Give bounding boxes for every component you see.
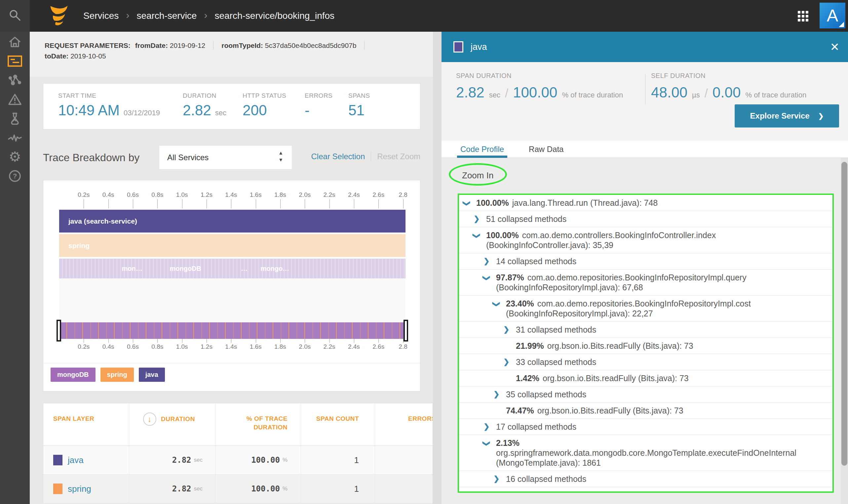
axis-tick	[403, 339, 404, 343]
sidebar-item-help[interactable]: ?	[0, 166, 30, 186]
app-grid-icon[interactable]	[798, 11, 808, 21]
code-profile-tree: ❯100.00%java.lang.Thread.run (Thread.jav…	[458, 194, 834, 493]
legend-chip-spring[interactable]: spring	[101, 367, 134, 382]
axis-tick-label: 2.4s	[348, 191, 360, 198]
timeline-bar-mongodb[interactable]: mon…mongoDB…mongo…	[59, 258, 406, 278]
chevron-down-icon[interactable]: ❯	[493, 299, 506, 309]
axis-tick-label: 0.8s	[152, 191, 163, 198]
sidebar-item-alerts[interactable]	[0, 90, 30, 109]
axis-tick	[305, 199, 305, 209]
sidebar-item-traced-transactions[interactable]	[0, 52, 30, 71]
layer-color-checkbox[interactable]	[454, 41, 463, 53]
avatar[interactable]: A	[819, 3, 845, 29]
main-scrollbar-track[interactable]	[433, 32, 442, 504]
chevron-right-icon[interactable]: ❯	[493, 474, 506, 484]
panel-scrollbar-track[interactable]	[841, 158, 848, 504]
chevron-down-icon[interactable]: ❯	[474, 231, 486, 241]
service-map-icon	[8, 74, 22, 87]
solarwinds-logo-icon[interactable]	[48, 5, 70, 26]
pct-unit: %	[283, 486, 287, 492]
tree-row-text: 21.99%org.bson.io.Bits.readFully (Bits.j…	[516, 341, 832, 351]
trace-breakdown-controls: Trace Breakdown by All Services ▲▼ Clear…	[43, 142, 420, 172]
mongodb-segment-label: mongoDB	[170, 265, 201, 272]
chevron-right-icon[interactable]: ❯	[474, 214, 486, 224]
stat-value: 10:49 AM	[58, 102, 120, 119]
chevron-down-icon[interactable]: ❯	[483, 273, 496, 283]
stat-label: SPANS	[348, 92, 388, 100]
tree-row-percent: 97.87%	[496, 273, 524, 282]
axis-tick-label: 0.6s	[127, 191, 139, 198]
tree-row[interactable]: ❯100.00%com.ao.demo.controllers.BookingI…	[459, 227, 832, 253]
tree-row[interactable]: ❯51 collapsed methods	[459, 211, 832, 227]
chevron-right-icon[interactable]: ❯	[503, 325, 516, 335]
breadcrumb-item[interactable]: search-service	[137, 11, 197, 21]
close-icon[interactable]: ✕	[830, 32, 840, 62]
tree-row[interactable]: ❯2.13%org.springframework.data.mongodb.c…	[459, 435, 832, 471]
header-span-layer: SPAN LAYER	[43, 403, 129, 446]
tree-row[interactable]: ❯16 collapsed methods	[459, 471, 832, 487]
breadcrumb-item[interactable]: search-service/booking_infos	[214, 11, 334, 21]
minimap-left-handle[interactable]	[56, 320, 61, 342]
span-duration-value: 2.82	[456, 84, 484, 101]
layer-link[interactable]: spring	[68, 484, 91, 494]
chevron-right-icon[interactable]: ❯	[483, 422, 496, 432]
sidebar-item-experiments[interactable]	[0, 109, 30, 128]
chevron-right-icon[interactable]: ❯	[483, 256, 496, 266]
chevron-right-icon[interactable]: ❯	[493, 390, 506, 399]
alert-triangle-icon	[8, 93, 22, 105]
sidebar-item-metrics[interactable]	[0, 128, 30, 147]
tree-row[interactable]: 1.42%org.bson.io.Bits.readFully (Bits.ja…	[459, 370, 832, 386]
clear-selection-link[interactable]: Clear Selection	[311, 152, 365, 161]
chevron-down-icon[interactable]: ❯	[483, 438, 496, 449]
minimap-right-handle[interactable]	[404, 320, 408, 342]
legend-chip-mongoDB[interactable]: mongoDB	[51, 367, 95, 382]
summary-stat: SPANS51	[348, 92, 388, 129]
axis-tick-label: 2.6s	[372, 191, 384, 198]
tree-row[interactable]: ❯100.00%java.lang.Thread.run (Thread.jav…	[459, 195, 832, 211]
tree-row[interactable]: ❯23.40%com.ao.demo.repositories.BookingI…	[459, 295, 832, 322]
axis-tick-label: 0.6s	[127, 343, 139, 350]
tab-raw-data[interactable]: Raw Data	[529, 141, 563, 158]
layer-link[interactable]: java	[68, 455, 84, 465]
timeline-plot[interactable]: 0.2s0.4s0.6s0.8s1.0s1.2s1.4s1.6s1.8s2.0s…	[59, 180, 406, 365]
top-nav-bar: Services›search-service›search-service/b…	[0, 0, 848, 32]
panel-scrollbar-thumb[interactable]	[842, 162, 847, 466]
tree-row[interactable]: 21.99%org.bson.io.Bits.readFully (Bits.j…	[459, 338, 832, 354]
header-duration-sort[interactable]: ↓ DURATION	[129, 403, 215, 446]
zoom-in-button[interactable]: Zoom In	[462, 170, 493, 181]
tree-row-text: 35 collapsed methods	[506, 390, 832, 399]
span-duration-label: SPAN DURATION	[456, 72, 623, 79]
self-duration-unit: µs	[692, 91, 700, 100]
self-duration-value: 48.00	[651, 84, 687, 101]
tree-row-percent: 21.99%	[516, 341, 544, 350]
tree-row[interactable]: ❯33 collapsed methods	[459, 354, 832, 370]
axis-tick	[330, 339, 330, 343]
stat-suffix: 03/12/2019	[124, 109, 160, 117]
tree-row[interactable]: 1.42%org.bson.io.Bits.readFully (Bits.ja…	[459, 487, 832, 493]
tree-row[interactable]: 74.47%org.bson.io.Bits.readFully (Bits.j…	[459, 402, 832, 419]
axis-tick	[231, 339, 231, 343]
tree-row[interactable]: ❯97.87%com.ao.demo.repositories.BookingI…	[459, 270, 832, 295]
tree-row[interactable]: ❯31 collapsed methods	[459, 322, 832, 338]
timeline-bar-spring[interactable]: spring	[59, 234, 406, 257]
tree-row[interactable]: ❯14 collapsed methods	[459, 253, 832, 270]
sidebar-item-service-map[interactable]	[0, 71, 30, 90]
sidebar-item-home[interactable]	[0, 32, 30, 52]
chevron-down-icon[interactable]: ❯	[464, 198, 476, 209]
timeline-bar-java[interactable]: java (search-service)	[59, 210, 406, 233]
legend-chip-java[interactable]: java	[139, 367, 165, 382]
axis-tick-label: 2.6s	[372, 343, 384, 350]
axis-tick-label: 0.4s	[103, 191, 114, 198]
breadcrumb-item[interactable]: Services	[83, 11, 119, 21]
service-filter-select[interactable]: All Services ▲▼	[159, 145, 292, 169]
global-search-button[interactable]	[0, 0, 30, 32]
tree-row-percent: 100.00%	[486, 231, 519, 240]
request-parameters-label: REQUEST PARAMETERS:	[45, 42, 130, 49]
tree-row[interactable]: ❯17 collapsed methods	[459, 419, 832, 435]
chevron-right-icon[interactable]: ❯	[503, 357, 516, 367]
tab-code-profile[interactable]: Code Profile	[460, 141, 504, 158]
sidebar-item-settings[interactable]: ⚙	[0, 147, 30, 166]
timeline-minimap[interactable]	[59, 322, 406, 339]
tree-row[interactable]: ❯35 collapsed methods	[459, 386, 832, 402]
explore-service-button[interactable]: Explore Service ❯	[735, 104, 839, 127]
